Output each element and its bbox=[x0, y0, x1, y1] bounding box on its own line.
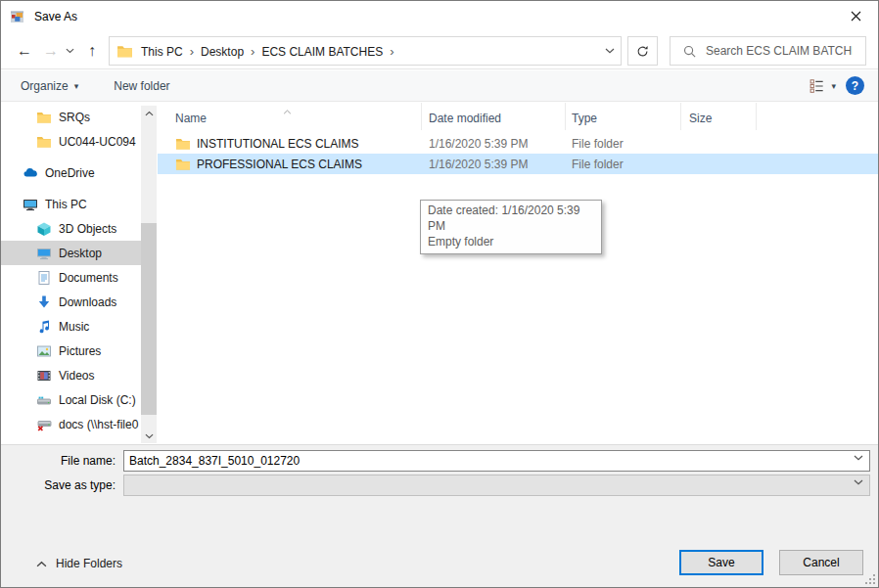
sidebar-item-label: Local Disk (C:) bbox=[59, 393, 136, 407]
breadcrumb-item[interactable]: This PC bbox=[137, 45, 187, 59]
folder-icon bbox=[175, 157, 191, 172]
sidebar-item-label: Desktop bbox=[59, 247, 102, 260]
file-row-name: PROFESSIONAL ECS CLAIMS bbox=[197, 158, 362, 171]
window-title: Save As bbox=[34, 10, 77, 23]
help-icon[interactable]: ? bbox=[846, 76, 864, 95]
sidebar-item-docs-hst-file0[interactable]: docs (\\hst-file0 bbox=[1, 412, 141, 436]
sidebar-scrollbar[interactable] bbox=[141, 106, 157, 443]
footer-panel: File name: Batch_2834_837I_5010_012720 S… bbox=[1, 444, 878, 587]
sidebar-item-label: Music bbox=[59, 320, 89, 334]
breadcrumb-item[interactable]: ECS CLAIM BATCHES bbox=[257, 45, 387, 59]
chevron-down-icon[interactable] bbox=[854, 455, 863, 461]
desktop-icon bbox=[36, 246, 52, 261]
sidebar-item-uc044-uc094[interactable]: UC044-UC094 bbox=[1, 129, 141, 154]
video-film-icon bbox=[36, 368, 52, 384]
cancel-button[interactable]: Cancel bbox=[779, 550, 863, 575]
music-note-icon bbox=[36, 319, 52, 335]
chevron-down-icon: ▾ bbox=[831, 81, 836, 91]
resize-grip[interactable] bbox=[865, 574, 875, 584]
disk-drive-icon bbox=[36, 392, 52, 408]
navigation-bar: ← → ↑ This PC›Desktop›ECS CLAIM BATCHES› bbox=[1, 32, 878, 69]
refresh-icon[interactable] bbox=[627, 36, 658, 66]
this-pc-icon bbox=[23, 197, 38, 212]
sidebar-item-label: This PC bbox=[45, 198, 87, 211]
chevron-up-icon bbox=[36, 561, 47, 567]
sidebar-item-label: OneDrive bbox=[45, 166, 95, 180]
file-row-name: INSTITUTIONAL ECS CLAIMS bbox=[197, 137, 359, 151]
picture-icon bbox=[36, 343, 52, 359]
address-dropdown-chevron-icon[interactable] bbox=[599, 48, 621, 54]
search-input[interactable] bbox=[706, 44, 853, 58]
file-name-label: File name: bbox=[1, 454, 123, 468]
hide-folders-button[interactable]: Hide Folders bbox=[36, 557, 122, 570]
close-icon[interactable] bbox=[834, 1, 878, 30]
back-arrow-icon[interactable]: ← bbox=[11, 36, 38, 66]
file-row-professional-ecs-claims[interactable]: PROFESSIONAL ECS CLAIMS1/16/2020 5:39 PM… bbox=[158, 154, 878, 174]
title-bar: Save As bbox=[1, 1, 878, 32]
column-header-name[interactable]: Name bbox=[158, 103, 422, 130]
up-arrow-icon[interactable]: ↑ bbox=[79, 36, 105, 66]
file-rows: INSTITUTIONAL ECS CLAIMS1/16/2020 5:39 P… bbox=[158, 133, 878, 174]
file-list: NameDate modifiedTypeSize INSTITUTIONAL … bbox=[158, 103, 878, 446]
scrollbar-thumb[interactable] bbox=[141, 223, 157, 415]
column-header-date-modified[interactable]: Date modified bbox=[422, 103, 566, 130]
sidebar-item-label: Pictures bbox=[59, 344, 101, 358]
sort-ascending-icon bbox=[283, 104, 292, 117]
file-name-value: Batch_2834_837I_5010_012720 bbox=[124, 454, 300, 468]
sidebar-item-videos[interactable]: Videos bbox=[1, 363, 141, 387]
command-bar: Organize ▾ New folder ▾ ? bbox=[1, 70, 878, 102]
address-bar[interactable]: This PC›Desktop›ECS CLAIM BATCHES› bbox=[109, 36, 622, 66]
sidebar-item-3d-objects[interactable]: 3D Objects bbox=[1, 216, 141, 241]
details-view-icon bbox=[809, 77, 825, 94]
change-view-button[interactable]: ▾ bbox=[809, 77, 836, 94]
breadcrumb-chevron-icon[interactable]: › bbox=[387, 44, 396, 59]
breadcrumb-item[interactable]: Desktop bbox=[197, 45, 248, 59]
sidebar-item-documents[interactable]: Documents bbox=[1, 265, 141, 290]
file-row-institutional-ecs-claims[interactable]: INSTITUTIONAL ECS CLAIMS1/16/2020 5:39 P… bbox=[158, 133, 878, 154]
sidebar-item-label: Downloads bbox=[59, 295, 116, 309]
hide-folders-label: Hide Folders bbox=[56, 557, 122, 570]
breadcrumb-chevron-icon[interactable]: › bbox=[187, 44, 197, 59]
sidebar-item-label: SRQs bbox=[59, 111, 90, 124]
sidebar-item-downloads[interactable]: Downloads bbox=[1, 290, 141, 314]
document-icon bbox=[36, 270, 52, 286]
save-as-type-select[interactable] bbox=[123, 475, 870, 496]
new-folder-button[interactable]: New folder bbox=[114, 79, 169, 93]
forward-arrow-icon[interactable]: → bbox=[38, 36, 64, 66]
scroll-up-icon[interactable] bbox=[141, 106, 157, 120]
app-window-icon bbox=[10, 9, 25, 24]
cube-icon bbox=[36, 221, 52, 237]
history-chevron-icon[interactable] bbox=[62, 36, 77, 66]
file-row-type: File folder bbox=[566, 137, 681, 151]
folder-icon bbox=[36, 134, 52, 150]
sidebar-item-pictures[interactable]: Pictures bbox=[1, 339, 141, 363]
sidebar-item-music[interactable]: Music bbox=[1, 314, 141, 339]
file-name-input[interactable]: Batch_2834_837I_5010_012720 bbox=[123, 450, 870, 472]
column-headers: NameDate modifiedTypeSize bbox=[158, 103, 878, 130]
sidebar-item-desktop[interactable]: Desktop bbox=[1, 241, 141, 265]
sidebar-item-label: Videos bbox=[59, 369, 94, 383]
organize-button[interactable]: Organize ▾ bbox=[21, 79, 78, 93]
breadcrumb-chevron-icon[interactable]: › bbox=[248, 44, 257, 59]
sidebar-item-local-disk-c[interactable]: Local Disk (C:) bbox=[1, 387, 141, 412]
sidebar-item-label: 3D Objects bbox=[59, 222, 116, 236]
search-box[interactable] bbox=[670, 36, 866, 66]
save-button[interactable]: Save bbox=[679, 550, 763, 575]
scroll-down-icon[interactable] bbox=[141, 429, 157, 443]
breadcrumb: This PC›Desktop›ECS CLAIM BATCHES› bbox=[137, 44, 397, 59]
sidebar-item-label: Documents bbox=[59, 271, 118, 285]
file-row-date-modified: 1/16/2020 5:39 PM bbox=[422, 137, 566, 151]
sidebar-item-srqs[interactable]: SRQs bbox=[1, 105, 141, 129]
sidebar-item-onedrive[interactable]: OneDrive bbox=[1, 160, 141, 185]
save-as-type-label: Save as type: bbox=[1, 478, 123, 492]
folder-icon bbox=[175, 136, 191, 152]
column-header-size[interactable]: Size bbox=[681, 103, 757, 130]
chevron-down-icon: ▾ bbox=[74, 81, 79, 91]
sidebar-item-this-pc[interactable]: This PC bbox=[1, 192, 141, 216]
download-arrow-icon bbox=[36, 294, 52, 310]
file-row-date-modified: 1/16/2020 5:39 PM bbox=[422, 158, 566, 171]
file-row-type: File folder bbox=[566, 158, 681, 171]
column-header-type[interactable]: Type bbox=[566, 103, 681, 130]
sidebar-item-label: docs (\\hst-file0 bbox=[59, 418, 138, 431]
chevron-down-icon[interactable] bbox=[854, 479, 863, 485]
